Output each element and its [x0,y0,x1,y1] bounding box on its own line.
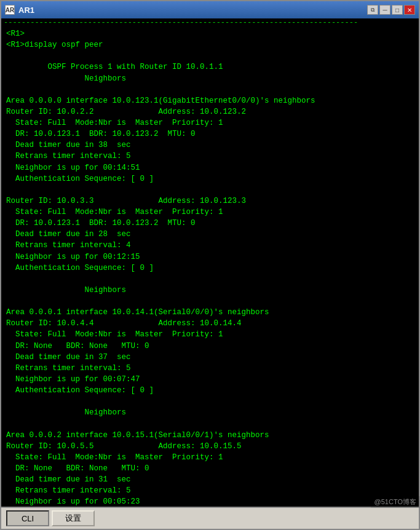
top-separator: ----------------------------------------… [1,18,419,27]
terminal-area[interactable]: <R1> <R1>display ospf peer OSPF Process … [1,27,419,507]
close-button[interactable]: ✕ [404,5,415,15]
cli-button[interactable]: CLI [6,510,49,526]
restore-button[interactable]: □ [392,5,403,15]
terminal-content: <R1> <R1>display ospf peer OSPF Process … [1,27,419,507]
window-title: AR1 [18,6,34,15]
window-frame: AR AR1 ⧉ ─ □ ✕ -------------------------… [0,0,420,530]
minimize-button[interactable]: ─ [379,5,390,15]
title-bar: AR AR1 ⧉ ─ □ ✕ [1,1,419,18]
settings-button[interactable]: 设置 [52,510,95,526]
window-controls: ⧉ ─ □ ✕ [367,5,415,15]
resize-icon: ⧉ [367,5,378,15]
bottom-toolbar: CLI 设置 [1,507,419,529]
resize-symbol: ⧉ [371,7,374,14]
title-bar-left: AR AR1 [5,5,34,15]
resize-icon-group: ⧉ [367,5,378,15]
watermark: @51CTO博客 [371,496,420,508]
app-icon: AR [5,5,15,15]
main-window: AR AR1 ⧉ ─ □ ✕ -------------------------… [0,0,420,530]
app-icon-label: AR [6,7,14,14]
